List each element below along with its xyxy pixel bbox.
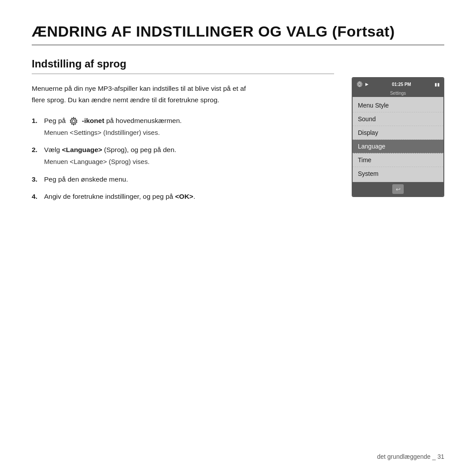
device-mockup: ▶ 01:25 PM ▮▮ Settings Menu Style Sound …	[352, 77, 444, 197]
page-footer: det grundlæggende _ 31	[377, 453, 444, 460]
device-header-left: ▶	[356, 81, 368, 88]
device-menu-list: Menu Style Sound Display Language Time S…	[353, 97, 443, 182]
svg-point-1	[359, 83, 361, 86]
intro-text: Menuerne på din nye MP3-afspiller kan in…	[32, 83, 334, 105]
text-area: Indstilling af sprog Menuerne på din nye…	[32, 58, 334, 208]
device-time: 01:25 PM	[392, 82, 411, 87]
device-label: Settings	[353, 90, 443, 97]
step-3-text-pre: Peg på den ønskede menu.	[44, 175, 128, 183]
step-1-sub-text: Menuen <Settings> (Indstillinger) vises.	[44, 127, 334, 138]
step-4-content: Angiv de foretrukne indstillinger, og pe…	[44, 191, 334, 202]
menu-item-display[interactable]: Display	[353, 126, 443, 140]
svg-point-0	[72, 120, 75, 123]
step-2: 2. Vælg <Language> (Sprog), og peg på de…	[32, 144, 334, 167]
menu-item-time[interactable]: Time	[353, 153, 443, 167]
menu-item-system[interactable]: System	[353, 167, 443, 180]
device-header: ▶ 01:25 PM ▮▮	[353, 78, 443, 90]
step-2-sub-text: Menuen <Language> (Sprog) vises.	[44, 156, 334, 167]
step-4-text-bold: <OK>	[175, 193, 193, 200]
menu-item-sound[interactable]: Sound	[353, 112, 443, 126]
device-gear-icon	[356, 81, 363, 88]
menu-item-menu-style[interactable]: Menu Style	[353, 99, 443, 112]
section-title: Indstilling af sprog	[32, 58, 334, 74]
step-1-text-post: på hovedmenuskærmen.	[106, 117, 182, 124]
back-button[interactable]: ↩	[392, 184, 404, 194]
page-container: ÆNDRING AF INDSTILLINGER OG VALG (Fortsa…	[0, 0, 476, 476]
step-1-number: 1.	[32, 115, 44, 126]
step-1-text-bold: -ikonet	[82, 117, 104, 124]
step-4: 4. Angiv de foretrukne indstillinger, og…	[32, 191, 334, 202]
step-2-text-pre: Vælg	[44, 146, 62, 153]
step-1-text-pre: Peg på	[44, 117, 66, 124]
step-4-text-pre: Angiv de foretrukne indstillinger, og pe…	[44, 193, 175, 200]
step-3: 3. Peg på den ønskede menu.	[32, 174, 334, 185]
step-2-content: Vælg <Language> (Sprog), og peg på den. …	[44, 144, 334, 167]
step-1: 1. Peg på -ikonet på hovedmenuskærmen. M…	[32, 115, 334, 138]
step-4-text-post: .	[193, 193, 195, 200]
battery-icon: ▮▮	[435, 82, 440, 87]
step-2-text-post: (Sprog), og peg på den.	[102, 146, 176, 153]
content-area: Indstilling af sprog Menuerne på din nye…	[32, 58, 444, 208]
menu-item-language[interactable]: Language	[353, 140, 443, 153]
main-title: ÆNDRING AF INDSTILLINGER OG VALG (Fortsa…	[32, 23, 444, 45]
step-1-content: Peg på -ikonet på hovedmenuskærmen. Menu…	[44, 115, 334, 138]
step-4-number: 4.	[32, 191, 44, 202]
device-screen: ▶ 01:25 PM ▮▮ Settings Menu Style Sound …	[352, 77, 444, 197]
step-3-number: 3.	[32, 174, 44, 185]
steps-list: 1. Peg på -ikonet på hovedmenuskærmen. M…	[32, 115, 334, 202]
step-2-text-bold: <Language>	[62, 146, 102, 153]
gear-icon	[69, 116, 78, 126]
step-2-number: 2.	[32, 144, 44, 156]
device-play-icon: ▶	[365, 82, 368, 86]
step-3-content: Peg på den ønskede menu.	[44, 174, 334, 185]
device-footer: ↩	[353, 182, 443, 196]
